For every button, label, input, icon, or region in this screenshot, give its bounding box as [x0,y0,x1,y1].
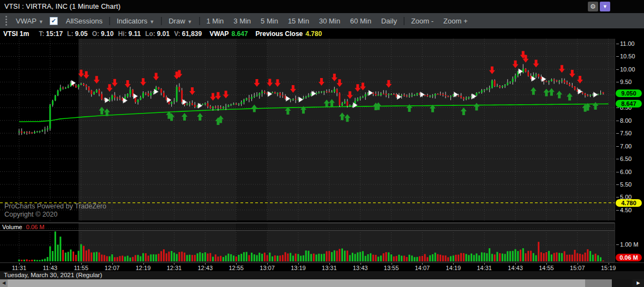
time-tick-label: 13:31 [317,265,341,271]
interval-button-30-min[interactable]: 30 Min [314,17,345,25]
vwap-label: VWAP [209,30,228,38]
price-tick [616,184,619,185]
interval-buttons: 1 Min3 Min5 Min15 Min30 Min60 MinDaily [202,17,402,25]
time-tick-label: 13:43 [348,265,372,271]
price-chart-canvas[interactable] [0,39,615,220]
time-tick-label: 12:19 [131,265,155,271]
price-tick-label: 8.00 [620,117,631,124]
interval-button-60-min[interactable]: 60 Min [345,17,376,25]
price-tick-label: 7.50 [620,130,631,136]
arrow-right-icon: ▶ [636,280,640,285]
toolbar-separator [199,17,200,25]
vwap-dropdown[interactable]: VWAP▼ [11,17,49,25]
time-tick-label: 13:55 [380,265,404,271]
price-tick-label: 6.50 [620,156,631,162]
toolbar-separator [404,17,405,25]
price-tick [616,146,619,147]
scrollbar-thumb[interactable] [585,279,612,287]
info-field-label: Lo: [145,30,155,38]
price-tick [616,82,619,82]
price-tick [616,159,619,159]
horizontal-scrollbar: ◀ ▶ [0,279,644,287]
vwap-value: 8.647 [232,30,248,38]
info-field-value: 9.11 [128,30,141,38]
time-axis[interactable]: 11:3111:4311:5512:0712:1912:3112:4312:55… [0,262,644,272]
interval-button-15-min[interactable]: 15 Min [283,17,314,25]
time-tick-label: 14:43 [503,265,527,271]
price-tick-label: 9.50 [620,79,631,85]
time-tick-label: 11:31 [7,265,31,271]
window-title: VTSI : VIRTRA, INC (1 Minute Chart) [0,3,121,10]
chart-menu-button[interactable]: ▼ [600,2,610,11]
volume-axis[interactable]: 1.00 M 0.06 M [615,223,644,262]
interval-button-5-min[interactable]: 5 Min [256,17,283,25]
scroll-left-button[interactable]: ◀ [0,279,8,287]
draw-dropdown[interactable]: Draw▼ [164,17,197,25]
chevron-down-icon: ▼ [149,19,154,25]
info-field-label: V: [174,30,180,38]
time-tick-label: 12:07 [100,265,124,271]
price-tick-label: 5.50 [620,181,631,188]
scroll-right-button[interactable]: ▶ [633,279,644,287]
allsessions-checkbox[interactable]: ✔ [50,17,58,25]
price-axis[interactable]: 11.0010.5010.009.509.008.508.007.507.006… [615,39,644,220]
symbol-interval-label: VTSI 1m [0,30,34,38]
info-field-value: 9.10 [101,30,113,38]
interval-button-1-min[interactable]: 1 Min [202,17,229,25]
price-tick [616,133,619,134]
price-tick [616,210,619,211]
price-tick [616,56,619,57]
toolbar-drag-handle[interactable] [3,16,9,26]
time-tick-label: 11:43 [38,265,62,271]
toolbar: VWAP▼ ✔ AllSessions Indicators▼ Draw▼ 1 … [0,13,644,29]
volume-tick-label: 1.00 M [620,241,639,248]
time-tick-label: 13:07 [255,265,279,271]
time-tick-label: 12:43 [193,265,217,271]
info-field-label: L: [67,30,73,38]
price-tick [616,172,619,172]
price-tick [616,197,619,198]
prev-close-value: 4.780 [305,30,322,38]
status-bar: Tuesday, March 30, 2021 (Regular) [0,271,644,279]
toolbar-separator [109,17,110,25]
settings-button[interactable]: ⚙ [588,2,598,11]
time-tick-label: 13:19 [286,265,310,271]
price-tick [616,121,619,121]
volume-header: Volume 0.06 M [0,223,615,231]
allsessions-toggle[interactable]: AllSessions [61,17,107,25]
price-chart-pane[interactable]: ProCharts Powered by TradeZero Copyright… [0,39,615,220]
time-tick-label: 12:31 [162,265,186,271]
scrollbar-track[interactable] [8,279,585,287]
info-field-label: Hi: [118,30,127,38]
info-field-value: 9.05 [75,30,87,38]
check-icon: ✔ [51,17,56,25]
time-tick-label: 11:55 [69,265,93,271]
info-field-label: O: [92,30,99,38]
price-tick-label: 10.50 [620,53,635,59]
prev-close-badge: 4.780 [616,199,642,207]
price-tick [616,69,619,70]
zoom-in-button[interactable]: Zoom + [438,17,472,25]
volume-label: Volume [2,224,22,230]
info-field-value: 15:17 [46,30,63,38]
time-tick-label: 14:55 [534,265,558,271]
interval-button-3-min[interactable]: 3 Min [228,17,256,25]
info-field-value: 9.01 [157,30,170,38]
info-field-label: T: [39,30,44,38]
interval-button-daily[interactable]: Daily [376,17,402,25]
zoom-out-button[interactable]: Zoom - [406,17,438,25]
info-field-value: 61,839 [182,30,202,38]
chevron-down-icon: ▼ [188,19,192,25]
price-tick [616,107,619,108]
arrow-left-icon: ◀ [2,280,5,285]
title-bar: VTSI : VIRTRA, INC (1 Minute Chart) ⚙ ▼ [0,0,644,13]
volume-badge: 0.06 M [616,254,642,261]
price-tick-label: 6.00 [620,169,631,175]
indicators-dropdown[interactable]: Indicators▼ [112,17,159,25]
volume-pane[interactable]: Volume 0.06 M [0,223,615,262]
price-tick-label: 4.50 [620,207,631,213]
time-tick-label: 15:07 [565,265,589,271]
prev-close-label: Previous Close [256,30,303,38]
time-tick-label: 12:55 [224,265,248,271]
price-tick [616,44,619,44]
